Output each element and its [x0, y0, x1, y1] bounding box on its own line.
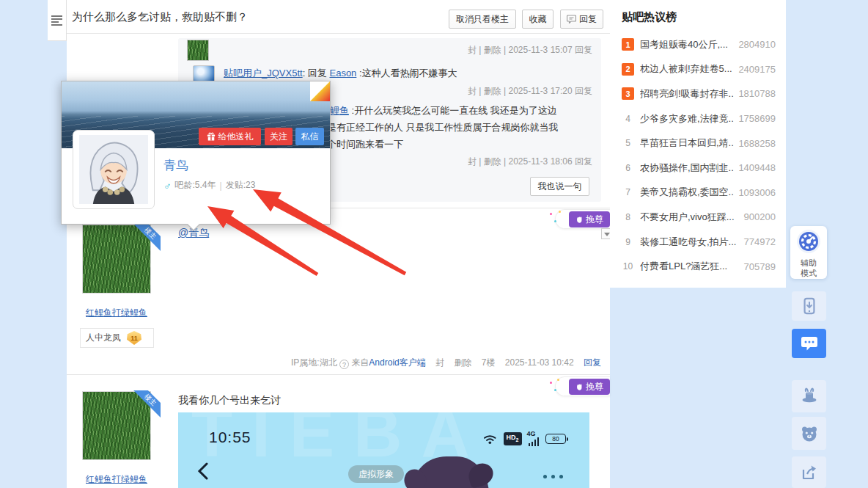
hot-topics-title: 贴吧热议榜: [622, 10, 677, 24]
question-circle-icon[interactable]: ?: [339, 360, 349, 369]
menu-button[interactable]: [48, 0, 67, 41]
fist-icon: [575, 383, 584, 391]
hot-topic-row[interactable]: 10付费看LPL?涵艺狂...705789: [622, 254, 776, 279]
fist-icon: [575, 216, 584, 224]
rank-number: 6: [622, 161, 634, 174]
favorite-button[interactable]: 收藏: [522, 10, 553, 29]
hot-topic-row[interactable]: 4少爷多灾多难,法律竟...1758699: [622, 106, 776, 131]
chat-bubble-icon: [801, 335, 818, 352]
rank-number: 9: [622, 236, 634, 248]
respect-badge-button[interactable]: 挽尊: [569, 379, 610, 395]
reply-button[interactable]: 回复: [560, 10, 603, 29]
comment-text: 个时间跑来看一下: [327, 138, 403, 151]
wifi-icon: [483, 434, 497, 445]
phone-clock: 10:55: [209, 429, 251, 446]
main-content: 为什么那么多乞讨贴，救助贴不删？ 取消只看楼主 收藏 回复 封 | 删除 | 2…: [67, 0, 610, 488]
floor-author-avatar[interactable]: 楼主: [82, 391, 151, 460]
hot-topic-row[interactable]: 3招聘亮剑!吸毒封存非...1810788: [622, 81, 776, 106]
add-comment-button[interactable]: 我也说一句: [530, 177, 589, 196]
private-message-button[interactable]: 私信: [295, 128, 324, 145]
respect-tab: 挽尊: [555, 376, 610, 396]
commenter-link[interactable]: 贴吧用户_JQVX5tt: [224, 68, 303, 79]
back-chevron-icon[interactable]: [197, 462, 208, 480]
ban-action[interactable]: 封: [435, 357, 444, 368]
post-meta-row: IP属地:湖北 ? 来自Android客户端 封 删除 7楼 2025-11-0…: [178, 357, 601, 369]
rank-number: 8: [622, 211, 634, 223]
lz-ribbon: 楼主: [131, 390, 161, 420]
reply-to-link[interactable]: Eason: [329, 68, 356, 79]
magic-hat-icon: [800, 387, 819, 406]
user-profile-popup: 给他送礼 关注 私信 青鸟 ♂ 吧龄:5.4年 | 发贴:23: [61, 81, 331, 225]
hot-topics-list: 1国考姐贩毒40公斤,...2804910 2枕边人被刺!弃娃卷5...2409…: [622, 32, 776, 279]
rank-badge: 2: [622, 63, 634, 76]
rank-number: 10: [622, 261, 634, 273]
comment-meta[interactable]: 封 | 删除 | 2025-11-3 17:20 回复: [468, 85, 592, 98]
comment-text: 绿鲤鱼 :开什么玩笑我怎么可能一直在线 我还是为了这边: [320, 104, 557, 117]
phone-status-icons: HD2 4G 80: [483, 431, 566, 446]
assist-mode-button[interactable]: 辅助模式: [790, 226, 827, 279]
floor-author-name[interactable]: 红鲤鱼打绿鲤鱼: [75, 307, 158, 319]
hot-topic-row[interactable]: 2枕边人被刺!弃娃卷5...2409175: [622, 57, 776, 82]
comment-meta[interactable]: 封 | 删除 | 2025-11-3 15:07 回复: [468, 44, 592, 57]
profile-stats: ♂ 吧龄:5.4年 | 发贴:23: [163, 179, 255, 192]
hot-topic-row[interactable]: 8不要女用户,vivo狂踩...900200: [622, 205, 776, 230]
hot-topic-row[interactable]: 9装修工通吃母女,拍片...774972: [622, 230, 776, 255]
hot-topic-row[interactable]: 6农协骚操作,国内割韭...1409448: [622, 156, 776, 181]
feedback-chat-button[interactable]: [792, 329, 826, 358]
reply-action[interactable]: 回复: [584, 357, 601, 368]
thread-title: 为什么那么多乞讨贴，救助贴不删？: [72, 10, 248, 24]
client-link[interactable]: Android客户端: [369, 357, 425, 368]
signal-bars-icon: 4G: [529, 431, 540, 446]
reply-button-label: 回复: [579, 13, 597, 26]
floor-author-name[interactable]: 红鲤鱼打绿鲤鱼: [75, 473, 158, 486]
send-gift-button[interactable]: 给他送礼: [199, 128, 261, 145]
comment-text: 是有正经工作的人 只是我工作性质属于合规岗你就当我: [327, 121, 559, 134]
bear-face-icon: [800, 424, 819, 443]
share-arrow-icon: [801, 464, 818, 481]
rank-badge: 1: [622, 38, 634, 51]
rank-number: 4: [622, 112, 634, 125]
hamburger-icon: [51, 14, 62, 27]
floor-divider: [67, 374, 610, 375]
commenter-avatar[interactable]: [187, 40, 209, 61]
tieba-thread-page: 为什么那么多乞讨贴，救助贴不删？ 取消只看楼主 收藏 回复 封 | 删除 | 2…: [0, 0, 868, 488]
comment-text: 贴吧用户_JQVX5tt: 回复 Eason :这种人看热闹不嫌事大: [224, 67, 457, 80]
tieba-mascot-button[interactable]: [792, 417, 826, 450]
hot-topic-row[interactable]: 1国考姐贩毒40公斤,...2804910: [622, 32, 776, 57]
download-app-button[interactable]: [792, 291, 826, 321]
profile-username[interactable]: 青鸟: [163, 157, 188, 174]
rank-badge: 3: [622, 87, 634, 100]
post-image-phone-screenshot[interactable]: TIEBA 10:55 HD2 4G 80 虚拟形象: [178, 412, 589, 488]
avatar-illustration: [78, 135, 150, 204]
thread-header: 为什么那么多乞讨贴，救助贴不删？ 取消只看楼主 收藏 回复: [67, 0, 610, 34]
post-count-stat: 发贴:23: [226, 179, 256, 192]
comment-meta[interactable]: 封 | 删除 | 2025-11-3 18:06 回复: [468, 156, 592, 168]
share-button[interactable]: [792, 456, 826, 488]
virtual-avatar-pill[interactable]: 虚拟形象: [348, 465, 404, 483]
respect-badge-button[interactable]: 挽尊: [569, 211, 610, 227]
speech-bubble-icon: [567, 15, 576, 23]
corner-fold-decoration[interactable]: [310, 81, 330, 101]
bar-age-stat: 吧龄:5.4年: [175, 179, 216, 192]
post-content: 我看你几个号出来乞讨: [178, 394, 281, 407]
follow-button[interactable]: 关注: [265, 128, 293, 145]
hd-voice-icon: HD2: [504, 432, 522, 445]
floor-author-avatar[interactable]: 楼主: [82, 225, 151, 294]
rank-number: 5: [622, 137, 634, 150]
popup-pointer-notch: [186, 224, 201, 231]
magic-tool-button[interactable]: [792, 380, 826, 412]
cancel-lz-only-button[interactable]: 取消只看楼主: [449, 10, 516, 29]
hot-topic-row[interactable]: 7美帝又搞霸权,委国空...1093006: [622, 181, 776, 205]
male-gender-icon: ♂: [163, 180, 172, 192]
delete-action[interactable]: 删除: [454, 357, 471, 368]
assist-mode-icon: [796, 229, 821, 254]
phone-download-icon: [801, 297, 817, 315]
more-dots-icon[interactable]: [543, 475, 563, 478]
level-icon: 11: [127, 331, 141, 345]
respect-tab: 挽尊: [555, 209, 610, 229]
hot-topic-row[interactable]: 5早苗狂言日本回归,靖...1688258: [622, 131, 776, 156]
user-level-badge[interactable]: 人中龙凤 11: [80, 328, 154, 348]
profile-avatar[interactable]: [73, 130, 155, 209]
gift-icon: [207, 132, 216, 141]
rank-number: 7: [622, 186, 634, 199]
